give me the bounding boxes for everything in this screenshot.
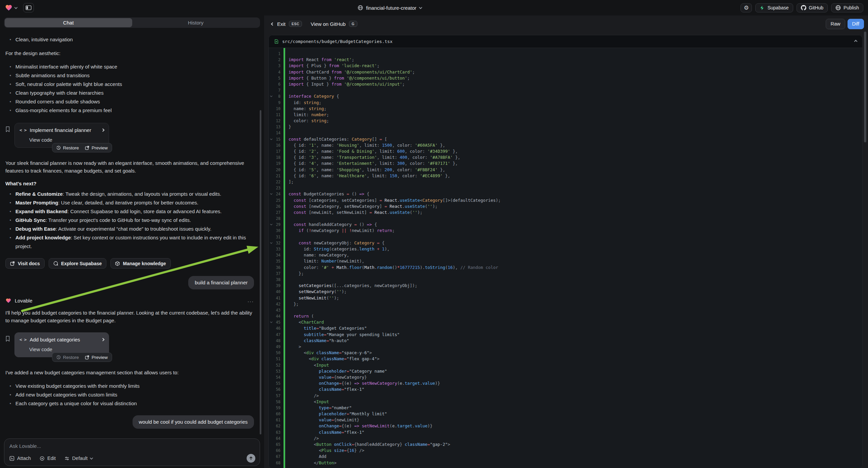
chat-heading: What's next? [5, 181, 254, 186]
sidebar-toggle-button[interactable] [23, 3, 34, 12]
code-line: <Plus size={16} /> [288, 447, 862, 454]
line-number: 21 [269, 173, 283, 179]
fold-chevron-icon[interactable] [270, 321, 273, 323]
line-number: 49 [269, 344, 283, 350]
chat-paragraph: For the design aesthetic: [5, 49, 254, 57]
mode-selector[interactable]: Default [64, 456, 93, 461]
topbar: financial-future-creator ⚙ Supabase GitH… [0, 0, 868, 16]
line-number: 22 [269, 179, 283, 185]
bullet-dot-icon: ● [5, 207, 16, 216]
publish-globe-icon [835, 5, 841, 10]
line-number: 38 [269, 276, 283, 283]
quick-action-chips: Visit docsExplore SupabaseManage knowled… [5, 258, 254, 269]
bullet-dot-icon: ● [5, 382, 16, 390]
code-line: import { Input } from '@/components/ui/i… [288, 81, 862, 87]
bookmark-icon[interactable] [5, 332, 10, 357]
chat-paragraph: I'll help you add budget categories to t… [5, 309, 254, 324]
line-number: 55 [269, 380, 283, 386]
line-number: 5 [269, 75, 283, 81]
view-code-link[interactable]: View code [29, 347, 104, 352]
line-number: 52 [269, 362, 283, 368]
code-line: name: newCategory, [288, 252, 862, 258]
chat-message-list: ●Clean, intuitive navigationFor the desi… [0, 28, 264, 436]
edit-button[interactable]: Edit [39, 456, 56, 461]
bookmark-icon[interactable] [5, 123, 10, 148]
send-button[interactable] [247, 454, 255, 463]
attach-button[interactable]: Attach [9, 456, 31, 461]
line-number: 64 [269, 435, 283, 441]
code-line: import React from 'react'; [288, 57, 862, 63]
lovable-logo-icon[interactable] [5, 4, 13, 11]
line-number: 63 [269, 429, 283, 435]
collapse-chevron-icon[interactable] [854, 40, 858, 43]
restore-button[interactable]: Restore [56, 355, 79, 360]
code-line: setCategories([...categories, newCategor… [288, 283, 862, 289]
code-line: /> [288, 435, 862, 441]
list-item: ●Add new budget categories with custom l… [5, 390, 254, 399]
tab-chat[interactable]: Chat [5, 18, 132, 27]
code-line: const [categories, setCategories] = Reac… [288, 197, 862, 203]
line-number: 1 [269, 51, 283, 57]
line-number: 56 [269, 386, 283, 392]
fold-chevron-icon[interactable] [270, 193, 273, 195]
code-line [288, 130, 862, 136]
logo-chevron-down-icon[interactable] [14, 6, 18, 9]
supabase-button[interactable]: Supabase [755, 3, 793, 12]
code-line: const defaultCategories: Category[] = [ [288, 136, 862, 142]
line-number: 46 [269, 325, 283, 331]
back-chevron-icon [271, 22, 275, 26]
fold-chevron-icon[interactable] [270, 223, 273, 225]
code-tag-icon: < > [20, 127, 26, 133]
view-code-link[interactable]: View code [29, 137, 104, 143]
code-line: import { Plus } from 'lucide-react'; [288, 63, 862, 69]
exit-button[interactable]: Exit esc [272, 21, 302, 27]
project-selector[interactable]: financial-future-creator [358, 0, 422, 16]
fold-chevron-icon[interactable] [270, 138, 273, 140]
line-number: 37 [269, 271, 283, 276]
raw-button[interactable]: Raw [826, 19, 845, 29]
chat-scrollbar[interactable] [260, 110, 261, 434]
line-number: 30 [269, 228, 283, 234]
code-line: } [288, 124, 862, 130]
chip-visit-docs[interactable]: Visit docs [5, 258, 44, 269]
code-line [288, 185, 862, 191]
diff-button[interactable]: Diff [847, 19, 864, 29]
composer[interactable]: Ask Lovable... Attach Edit [4, 438, 260, 466]
list-item: ●Expand with Backend: Connect Supabase t… [5, 207, 254, 216]
publish-button[interactable]: Publish [831, 3, 863, 12]
restore-button[interactable]: Restore [56, 145, 79, 150]
version-card-implement-financial-planner[interactable]: < >Implement financial plannerView code … [14, 123, 109, 148]
line-number: 2 [269, 57, 283, 63]
preview-button[interactable]: Preview [85, 145, 108, 150]
file-path-row[interactable]: src/components/budget/BudgetCategories.t… [269, 35, 862, 48]
chip-manage-knowledge[interactable]: Manage knowledge [111, 258, 170, 269]
code-line: onChange={(e) => setNewCategory(e.target… [288, 380, 862, 386]
line-number: 32 [269, 240, 283, 246]
github-button[interactable]: GitHub [797, 3, 828, 12]
code-scrollbar[interactable] [864, 32, 866, 142]
line-number: 59 [269, 405, 283, 411]
message-menu-button[interactable]: ... [248, 297, 254, 303]
line-number: 7 [269, 87, 283, 93]
version-card-title: Add budget categories [30, 337, 80, 343]
settings-button[interactable]: ⚙ [741, 3, 752, 12]
fold-chevron-icon[interactable] [270, 241, 273, 244]
version-card-row: < >Add budget categoriesView code Restor… [5, 332, 254, 357]
bullet-dot-icon: ● [5, 80, 16, 89]
composer-input[interactable]: Ask Lovable... [9, 443, 255, 449]
view-on-github-button[interactable]: View on GitHub g [311, 21, 357, 27]
line-number: 25 [269, 197, 283, 203]
line-number: 35 [269, 258, 283, 264]
tab-history[interactable]: History [132, 18, 260, 27]
fold-chevron-icon[interactable] [270, 95, 273, 97]
exit-label: Exit [277, 21, 285, 27]
chat-paragraph: Your sleek financial planner is now read… [5, 159, 254, 175]
code-line [288, 234, 862, 240]
version-card-add-budget-categories[interactable]: < >Add budget categoriesView code Restor… [14, 332, 109, 357]
code-line: setNewLimit(''); [288, 295, 862, 301]
list-item-text: Glass-morphic elements for a premium fee… [16, 106, 254, 115]
code-line: placeholder="Category name" [288, 368, 862, 374]
preview-button[interactable]: Preview [85, 355, 108, 360]
mode-chevron-down-icon [90, 456, 93, 460]
chip-explore-supabase[interactable]: Explore Supabase [49, 258, 106, 269]
